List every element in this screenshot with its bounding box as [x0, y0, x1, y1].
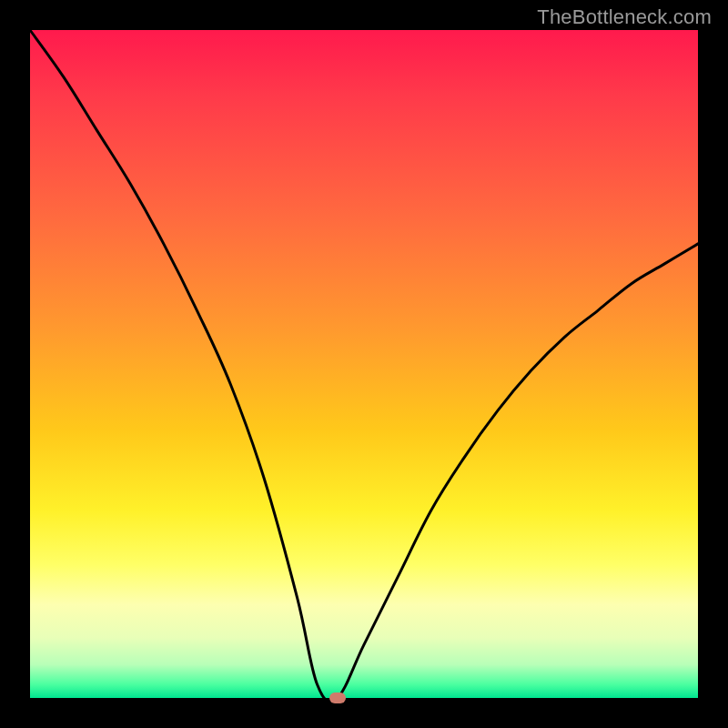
watermark-text: TheBottleneck.com — [537, 5, 712, 29]
optimum-marker — [329, 693, 346, 703]
curve-layer — [30, 30, 698, 698]
chart-frame: TheBottleneck.com — [0, 0, 728, 728]
plot-area — [30, 30, 698, 698]
bottleneck-curve — [30, 30, 698, 702]
